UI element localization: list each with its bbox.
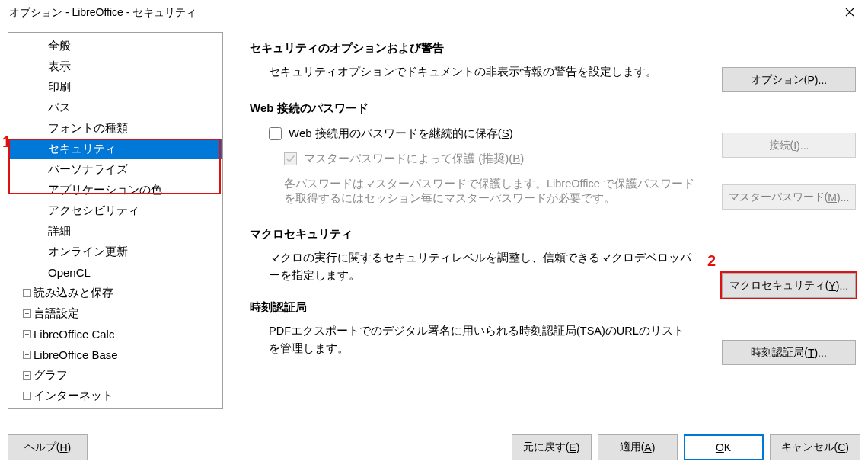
connections-button: 接続(I)... [722,133,856,158]
tree-item-label: LibreOffice Base [34,348,118,361]
content-panel: セキュリティのオプションおよび警告 セキュリティオプションでドキュメントの非表示… [223,32,860,430]
tree-item-7[interactable]: アプリケーションの色 [8,180,222,200]
expander-icon[interactable] [23,289,31,297]
annotation-label-2: 2 [707,252,716,270]
checkbox-label-master-password: マスターパスワードによって保護 (推奨)(B) [304,152,524,166]
tree-item-14[interactable]: LibreOffice Calc [8,324,222,344]
section-title-macro-security: マクロセキュリティ [250,227,860,242]
section-body-tsa: PDFエクスポートでのデジタル署名に用いられる時刻認証局(TSA)のURLのリス… [269,322,695,357]
tree-item-label: フォントの種類 [48,121,128,136]
tree-item-11[interactable]: OpenCL [8,262,222,283]
tree-item-label: 印刷 [48,80,71,94]
options-button-key: P [807,74,814,86]
tree-item-12[interactable]: 読み込みと保存 [8,283,222,303]
master-password-button: マスターパスワード(M)... [722,184,856,210]
expander-icon[interactable] [23,371,31,380]
tree-item-5[interactable]: セキュリティ [8,139,222,159]
tree-item-4[interactable]: フォントの種類 [8,118,222,139]
close-icon [845,7,854,19]
options-button-post: )... [815,74,827,86]
tree-item-label: アプリケーションの色 [48,183,162,197]
checkbox-master-password [284,152,297,165]
options-button[interactable]: オプション(P)... [722,67,856,92]
tree-item-label: オンライン更新 [48,245,128,259]
ok-button[interactable]: OK [684,434,764,460]
expander-icon[interactable] [23,392,31,400]
macro-security-button[interactable]: マクロセキュリティ(Y)... [722,273,856,298]
tree-item-8[interactable]: アクセシビリティ [8,200,222,221]
tree-item-6[interactable]: パーソナライズ [8,159,222,180]
dialog-footer: ヘルプ(H) 元に戻す(E) 適用(A) OK キャンセル(C) [0,428,868,466]
main-area: 全般表示印刷パスフォントの種類セキュリティパーソナライズアプリケーションの色アク… [0,26,868,430]
title-bar: オプション - LibreOffice - セキュリティ [0,0,868,26]
tree-item-label: インターネット [34,389,113,403]
tree-item-label: 詳細 [48,224,71,239]
expander-icon[interactable] [23,351,31,359]
section-body-security-options: セキュリティオプションでドキュメントの非表示情報の警告を設定します。 [269,63,695,80]
close-button[interactable] [834,2,865,24]
expander-icon[interactable] [23,309,31,318]
tree-item-label: パス [48,101,71,115]
window-title: オプション - LibreOffice - セキュリティ [9,6,196,20]
section-title-security-options: セキュリティのオプションおよび警告 [250,41,860,56]
options-tree: 全般表示印刷パスフォントの種類セキュリティパーソナライズアプリケーションの色アク… [8,32,223,409]
tree-scroll[interactable]: 全般表示印刷パスフォントの種類セキュリティパーソナライズアプリケーションの色アク… [8,33,222,408]
tree-item-9[interactable]: 詳細 [8,221,222,242]
tree-item-16[interactable]: グラフ [8,365,222,386]
checkbox-save-web-passwords[interactable] [269,127,282,140]
tree-item-label: 表示 [48,59,71,74]
tree-item-1[interactable]: 表示 [8,56,222,77]
tree-item-10[interactable]: オンライン更新 [8,242,222,262]
master-password-note: 各パスワードはマスターパスワードで保護します。LibreOffice で保護パス… [284,177,695,206]
tree-item-2[interactable]: 印刷 [8,77,222,98]
annotation-label-1: 1 [2,133,11,151]
revert-button[interactable]: 元に戻す(E) [512,434,592,460]
tree-item-label: LibreOffice Calc [34,328,114,341]
tree-item-label: グラフ [34,368,68,383]
cancel-button[interactable]: キャンセル(C) [770,434,860,460]
tree-item-13[interactable]: 言語設定 [8,303,222,324]
tree-item-label: パーソナライズ [48,162,128,177]
checkbox-label-save-web-passwords: Web 接続用のパスワードを継続的に保存(S) [289,127,513,141]
tree-item-17[interactable]: インターネット [8,386,222,406]
section-body-macro-security: マクロの実行に関するセキュリティレベルを調整し、信頼できるマクロデベロッパーを指… [269,249,695,283]
expander-icon[interactable] [23,330,31,338]
tree-item-label: 全般 [48,39,71,53]
tree-item-label: 読み込みと保存 [34,286,113,300]
tree-item-label: アクセシビリティ [48,203,139,218]
tree-item-label: セキュリティ [48,142,116,156]
tree-item-label: OpenCL [48,266,91,279]
help-button[interactable]: ヘルプ(H) [8,434,88,460]
options-button-pre: オプション( [751,73,808,87]
tree-item-0[interactable]: 全般 [8,36,222,56]
section-title-tsa: 時刻認証局 [250,300,860,315]
section-title-web-passwords: Web 接続のパスワード [250,101,860,116]
apply-button[interactable]: 適用(A) [598,434,678,460]
tree-item-15[interactable]: LibreOffice Base [8,344,222,365]
tree-item-label: 言語設定 [34,306,79,321]
tree-container: 全般表示印刷パスフォントの種類セキュリティパーソナライズアプリケーションの色アク… [8,32,223,430]
tsa-button[interactable]: 時刻認証局(T)... [722,340,856,365]
tree-item-3[interactable]: パス [8,98,222,118]
